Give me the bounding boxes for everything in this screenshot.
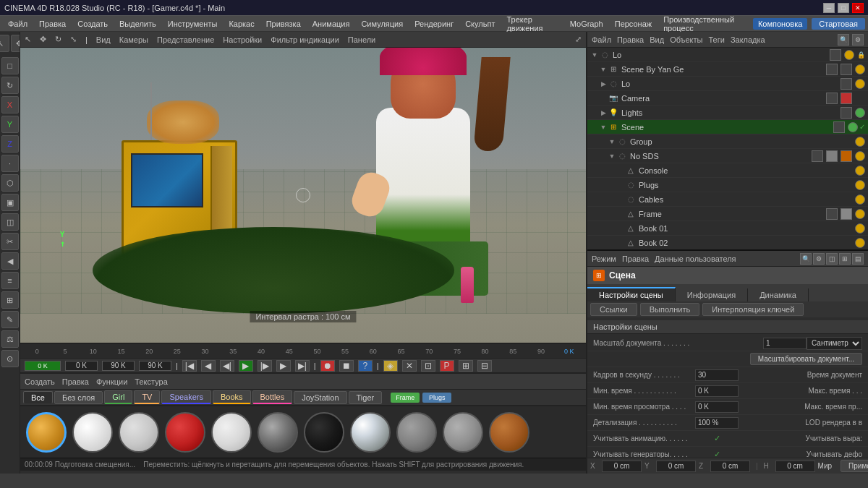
vp-icon-scale[interactable]: ⤡ (70, 35, 77, 44)
expand-group[interactable]: ▼ (608, 137, 616, 146)
tool-loop[interactable]: ⊞ (1, 291, 19, 309)
tag-no-sds-3[interactable] (841, 150, 852, 162)
transport-prev-frame[interactable]: ◀ (201, 360, 216, 372)
vp-cameras[interactable]: Камеры (119, 35, 148, 44)
menu-mograph[interactable]: MoGraph (565, 18, 608, 30)
pos-z-input[interactable] (710, 461, 750, 472)
scale-document-btn[interactable]: Масштабировать документ... (750, 353, 862, 365)
tree-row-scene-by-yan[interactable]: ▼ ⊞ Scene By Yan Ge (587, 62, 868, 77)
tool-knife[interactable]: ✂ (1, 233, 19, 250)
timeline-anim[interactable]: P (440, 360, 454, 372)
menu-sculpt[interactable]: Скульпт (460, 18, 500, 30)
tool-x[interactable]: X (1, 96, 19, 114)
filter-tab-bottles[interactable]: Bottles (252, 390, 293, 404)
expand-plugs[interactable] (616, 181, 625, 189)
expand-book02[interactable] (616, 239, 625, 247)
timeline-end-input[interactable] (102, 361, 135, 371)
vp-icon-rotate[interactable]: ↻ (55, 35, 61, 44)
tag-scene[interactable] (833, 121, 845, 133)
scene-tab-info[interactable]: Информация (676, 288, 748, 301)
material-6[interactable] (258, 412, 298, 453)
tree-row-frame[interactable]: △ Frame (587, 207, 868, 221)
vp-settings[interactable]: Настройки (223, 35, 262, 44)
bottom-menu-functions[interactable]: Функции (96, 377, 127, 386)
tree-row-cables[interactable]: ◌ Cables (587, 192, 868, 207)
menu-simulation[interactable]: Симуляция (356, 18, 408, 30)
material-4[interactable] (165, 412, 205, 453)
material-10[interactable] (443, 412, 483, 453)
tool-scale[interactable]: □ (1, 57, 19, 74)
tree-row-book02[interactable]: △ Book 02 (587, 236, 868, 249)
menu-edit[interactable]: Правка (34, 18, 71, 30)
tool-polys[interactable]: ▣ (1, 194, 19, 211)
menu-select[interactable]: Выделить (114, 18, 161, 30)
tree-row-console[interactable]: △ Console (587, 163, 868, 178)
transport-prev-key[interactable]: ◀| (220, 360, 234, 372)
filter-tab-all[interactable]: Все (23, 391, 53, 403)
om-settings-icon[interactable]: ⚙ (852, 34, 864, 46)
tag-scene-by-yan-2[interactable] (841, 64, 852, 75)
rl-menu-userdata[interactable]: Данные пользователя (655, 254, 736, 263)
lock-lo1[interactable]: 🔒 (857, 51, 865, 59)
tag-camera-1[interactable] (826, 93, 838, 104)
menu-tools[interactable]: Инструменты (163, 18, 223, 30)
expand-lo1[interactable]: ▼ (590, 51, 599, 59)
om-menu-view[interactable]: Вид (650, 35, 664, 44)
vp-view[interactable]: Вид (96, 35, 111, 44)
material-8[interactable] (350, 412, 391, 453)
menu-pipeline[interactable]: Производственный процесс (658, 14, 752, 34)
om-menu-edit[interactable]: Правка (617, 35, 644, 44)
scene-sub-links[interactable]: Ссылки (590, 303, 637, 316)
close-button[interactable]: ✕ (852, 3, 864, 13)
scene-tab-dynamics[interactable]: Динамика (748, 288, 809, 301)
tool-edges[interactable]: ⬡ (1, 174, 19, 192)
tool-paint[interactable]: ✎ (1, 311, 19, 328)
material-11[interactable] (489, 412, 529, 453)
detail-input[interactable] (695, 417, 739, 429)
filter-tab-girl[interactable]: Girl (104, 390, 132, 404)
tag-lo2[interactable] (841, 78, 852, 90)
keyframe-del[interactable]: ✕ (402, 360, 417, 372)
vp-represent[interactable]: Представление (157, 35, 214, 44)
timeline-grid[interactable]: ⊞ (459, 360, 473, 372)
timeline-start-input[interactable] (65, 361, 98, 371)
filter-tab-speakers[interactable]: Speakers (161, 390, 210, 404)
material-9[interactable] (396, 412, 437, 453)
bottom-menu-edit[interactable]: Правка (62, 377, 89, 386)
rl-icon-2[interactable]: ⊞ (839, 253, 851, 265)
tree-row-lo1[interactable]: ▼ ◌ Lo 🔒 (587, 48, 868, 62)
timeline-total-input[interactable] (139, 361, 171, 371)
tool-select[interactable]: ↖ (0, 35, 9, 52)
expand-lights[interactable]: ▶ (599, 108, 608, 117)
min-preview-input[interactable] (695, 401, 739, 413)
tree-row-lo2[interactable]: ▶ ◌ Lo (587, 77, 868, 91)
expand-book01[interactable] (616, 224, 625, 233)
tag-frame-1[interactable] (826, 208, 838, 220)
rl-menu-edit[interactable]: Правка (622, 254, 649, 263)
menu-render[interactable]: Рендеринг (409, 18, 459, 30)
rl-menu-mode[interactable]: Режим (592, 254, 616, 263)
vp-icon-arrow[interactable]: ↖ (25, 35, 31, 44)
tool-rotate[interactable]: ↻ (1, 77, 19, 94)
material-3[interactable] (119, 412, 159, 453)
tag-no-sds-1[interactable] (812, 150, 823, 162)
tree-row-camera[interactable]: 📷 Camera (587, 91, 868, 106)
expand-no-sds[interactable]: ▼ (608, 152, 616, 160)
tool-z[interactable]: Z (1, 135, 19, 153)
om-menu-tags[interactable]: Теги (709, 35, 725, 44)
min-time-input[interactable] (695, 385, 739, 397)
vp-icon-move[interactable]: ✥ (40, 35, 46, 44)
rl-search-icon[interactable]: 🔍 (800, 253, 812, 265)
transport-record[interactable]: ⏺ (320, 360, 335, 372)
filter-tab-joystation[interactable]: JoyStation (294, 391, 346, 404)
transport-play[interactable]: ▶ (239, 360, 253, 372)
menu-wireframe[interactable]: Каркас (224, 18, 259, 30)
transport-to-start[interactable]: |◀ (182, 360, 197, 372)
tree-row-group[interactable]: ▼ ◌ Group (587, 134, 868, 149)
bottom-menu-create[interactable]: Создать (25, 377, 55, 386)
tool-magnet[interactable]: ⊙ (1, 350, 19, 367)
rl-icon-1[interactable]: ◫ (826, 253, 838, 265)
tool-y[interactable]: Y (1, 116, 19, 133)
tool-uv[interactable]: ◫ (1, 213, 19, 231)
menu-character[interactable]: Персонаж (610, 18, 657, 30)
